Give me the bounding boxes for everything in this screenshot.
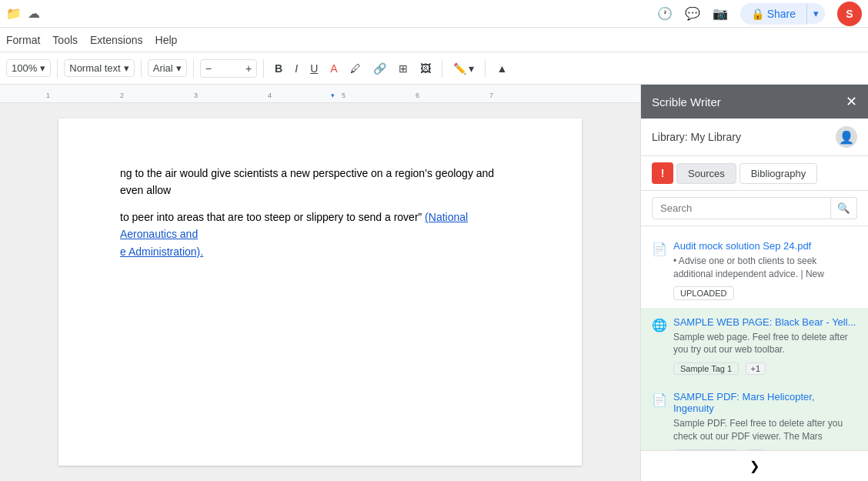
panel-library-title: Library: My Library xyxy=(652,131,741,143)
underline-button[interactable]: U xyxy=(305,59,322,78)
side-panel: Scrible Writer ✕ Library: My Library 👤 !… xyxy=(640,85,868,481)
panel-close-button[interactable]: ✕ xyxy=(846,93,857,110)
doc-area: 1 2 3 4 ▾ 5 6 7 ng to the air would give… xyxy=(0,85,640,481)
source-item-3[interactable]: 📄 SAMPLE PDF: Mars Helicopter, Ingenuity… xyxy=(641,383,868,450)
chevron-right-icon: ❯ xyxy=(749,459,760,473)
comment-icon[interactable]: 💬 xyxy=(685,6,700,21)
search-bar: 🔍 xyxy=(641,191,868,226)
insert-special-button[interactable]: ⊞ xyxy=(394,59,412,78)
avatar[interactable]: S xyxy=(837,2,862,26)
pdf-icon-1: 📄 xyxy=(652,242,667,256)
pdf-icon-3: 📄 xyxy=(652,392,667,407)
menu-help[interactable]: Help xyxy=(155,34,178,46)
share-button[interactable]: 🔒 Share xyxy=(740,3,806,25)
lock-icon: 🔒 xyxy=(751,8,764,20)
menu-bar: Format Tools Extensions Help xyxy=(0,28,868,52)
ruler-mark-6: 7 xyxy=(489,92,493,99)
chevron-down-icon: ▾ xyxy=(813,8,819,19)
font-size-control: − 11 + xyxy=(200,59,257,78)
highlight-button[interactable]: 🖊 xyxy=(346,59,366,78)
ruler-mark-3: 4 xyxy=(268,92,272,99)
user-icon: 👤 xyxy=(839,130,854,145)
source-title-2: SAMPLE WEB PAGE: Black Bear - Yell... xyxy=(673,316,857,328)
search-button[interactable]: 🔍 xyxy=(831,197,857,219)
panel-tabs: ! Sources Bibliography xyxy=(641,156,868,191)
font-chevron-icon: ▾ xyxy=(176,62,182,74)
font-select[interactable]: Arial ▾ xyxy=(148,59,187,77)
source-desc-1: • Advise one or both clients to seek add… xyxy=(673,255,857,281)
search-input[interactable] xyxy=(652,197,831,219)
font-size-increase[interactable]: + xyxy=(241,60,256,77)
menu-extensions[interactable]: Extensions xyxy=(90,34,142,46)
toolbar: 100% ▾ Normal text ▾ Arial ▾ − 11 + B I … xyxy=(0,52,868,85)
tab-sources[interactable]: Sources xyxy=(676,163,736,184)
doc-text-part2: to peer into areas that are too steep or… xyxy=(120,211,422,223)
panel-title: Scrible Writer xyxy=(652,95,721,109)
ruler: 1 2 3 4 ▾ 5 6 7 xyxy=(0,85,640,103)
ruler-mark-4: 5 xyxy=(342,92,346,99)
source-title-3: SAMPLE PDF: Mars Helicopter, Ingenuity xyxy=(673,391,857,414)
more-options-button[interactable]: ▲ xyxy=(492,59,512,78)
para-chevron-icon: ▾ xyxy=(124,62,129,74)
link-button[interactable]: 🔗 xyxy=(369,59,391,78)
doc-text: ng to the air would give scientists a ne… xyxy=(120,165,520,260)
alert-icon[interactable]: ! xyxy=(652,162,673,184)
zoom-chevron-icon: ▾ xyxy=(40,62,45,74)
source-title-1: Audit mock solution Sep 24.pdf xyxy=(673,240,857,252)
font-size-input[interactable]: 11 xyxy=(216,60,241,76)
source-item-1[interactable]: 📄 Audit mock solution Sep 24.pdf • Advis… xyxy=(641,232,868,309)
source-tag-2-1[interactable]: Sample Tag 1 xyxy=(673,362,739,375)
doc-scroll[interactable]: ng to the air would give scientists a ne… xyxy=(0,103,640,481)
font-size-decrease[interactable]: − xyxy=(201,60,216,77)
folder-icon[interactable]: 📁 xyxy=(6,6,22,21)
ruler-mark-0: 1 xyxy=(46,92,50,99)
ruler-mark-5: 6 xyxy=(416,92,419,99)
doc-text-part1: ng to the air would give scientists a ne… xyxy=(120,167,494,196)
source-tag-2-more[interactable]: +1 xyxy=(746,362,766,375)
menu-tools[interactable]: Tools xyxy=(52,34,78,46)
cloud-icon[interactable]: ☁ xyxy=(28,6,40,21)
panel-collapse-button[interactable]: ❯ xyxy=(641,450,868,481)
main-area: 1 2 3 4 ▾ 5 6 7 ng to the air would give… xyxy=(0,85,868,481)
tab-bibliography[interactable]: Bibliography xyxy=(739,163,818,184)
top-bar: 📁 ☁ 🕐 💬 📷 🔒 Share ▾ S xyxy=(0,0,868,28)
search-icon: 🔍 xyxy=(837,202,850,214)
web-icon-2: 🌐 xyxy=(652,318,667,332)
format-options-button[interactable]: ✏️ ▾ xyxy=(449,59,479,78)
source-item-2[interactable]: 🌐 SAMPLE WEB PAGE: Black Bear - Yell... … xyxy=(641,309,868,384)
doc-page: ng to the air would give scientists a ne… xyxy=(58,119,582,466)
doc-link-2[interactable]: e Administration). xyxy=(120,246,203,258)
zoom-select[interactable]: 100% ▾ xyxy=(6,59,51,77)
insert-image-button[interactable]: 🖼 xyxy=(416,59,436,78)
ruler-marks: 1 2 3 4 ▾ 5 6 7 xyxy=(46,85,594,102)
uploaded-badge-1: UPLOADED xyxy=(673,286,734,300)
bold-button[interactable]: B xyxy=(270,59,287,78)
text-color-button[interactable]: A xyxy=(326,59,342,78)
panel-header: Scrible Writer ✕ xyxy=(641,85,868,119)
history-icon[interactable]: 🕐 xyxy=(657,6,673,21)
panel-user-icon[interactable]: 👤 xyxy=(836,126,857,148)
menu-format[interactable]: Format xyxy=(6,34,40,46)
ruler-mark-1: 2 xyxy=(120,92,124,99)
italic-button[interactable]: I xyxy=(290,59,302,78)
sources-list[interactable]: 📄 Audit mock solution Sep 24.pdf • Advis… xyxy=(641,226,868,450)
panel-library: Library: My Library 👤 xyxy=(641,119,868,156)
share-label: Share xyxy=(767,8,796,20)
source-desc-2: Sample web page. Feel free to delete aft… xyxy=(673,331,857,357)
ruler-mark-indent: ▾ xyxy=(331,92,335,99)
source-desc-3: Sample PDF. Feel free to delete after yo… xyxy=(673,417,857,443)
ruler-mark-2: 3 xyxy=(194,92,198,99)
paragraph-style-select[interactable]: Normal text ▾ xyxy=(64,59,134,77)
share-dropdown-button[interactable]: ▾ xyxy=(806,3,825,24)
camera-icon[interactable]: 📷 xyxy=(713,6,728,21)
